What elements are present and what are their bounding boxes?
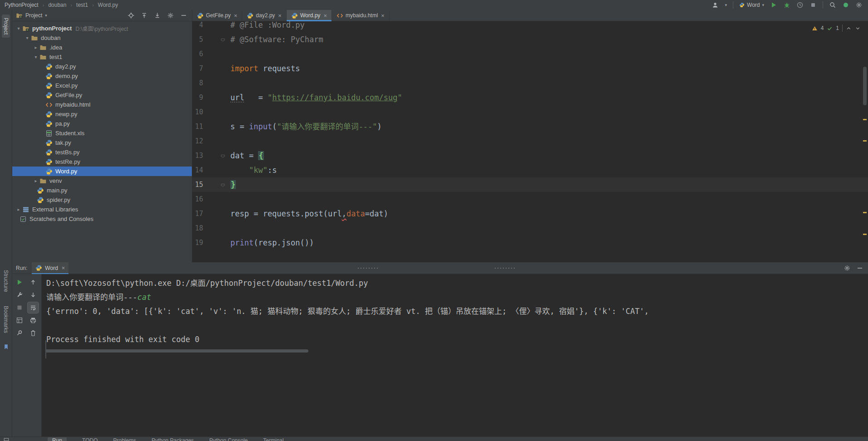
console-output[interactable]: D:\soft\Yozosoft\python.exe D:/桌面/python… <box>41 274 868 436</box>
splitter-grip[interactable] <box>357 267 378 269</box>
tree-item-douban[interactable]: ▾douban <box>12 33 192 43</box>
tab-GetFile.py[interactable]: GetFile.py× <box>192 10 242 21</box>
stripe-structure-button[interactable]: Structure <box>2 267 10 295</box>
rerun-button[interactable] <box>14 277 25 288</box>
prev-occurrence-button[interactable] <box>28 277 39 288</box>
project-panel-title[interactable]: Project <box>25 12 42 19</box>
statusbar-todo[interactable]: TODO <box>82 437 98 441</box>
chevron-right-icon[interactable]: ▸ <box>15 207 22 212</box>
inspections-widget[interactable]: 4 1 <box>812 24 861 32</box>
notifications-icon[interactable] <box>842 1 849 9</box>
breadcrumb-project[interactable]: PythonProject <box>5 2 39 8</box>
chevron-down-icon[interactable]: ▾ <box>24 35 31 40</box>
code-line-17[interactable]: 17resp = requests.post(url,data=dat) <box>192 206 868 221</box>
tree-item-Word.py[interactable]: Word.py <box>12 167 192 176</box>
chevron-down-icon[interactable]: ▾ <box>15 26 22 31</box>
code-line-6[interactable]: 6 <box>192 47 868 61</box>
tab-mybaidu.html[interactable]: mybaidu.html× <box>332 10 390 21</box>
expand-all-icon[interactable] <box>141 12 148 19</box>
bookmark-icon[interactable] <box>3 343 10 350</box>
pin-button[interactable] <box>14 328 25 338</box>
debug-button[interactable] <box>783 1 790 9</box>
stripe-bookmarks-button[interactable]: Bookmarks <box>2 303 10 336</box>
clear-console-button[interactable] <box>28 328 39 338</box>
stop-button[interactable] <box>14 302 25 313</box>
collapse-all-icon[interactable] <box>154 12 161 19</box>
fold-marker-icon[interactable] <box>215 148 230 163</box>
tree-item-tak.py[interactable]: tak.py <box>12 138 192 147</box>
tree-item-Excel.py[interactable]: Excel.py <box>12 81 192 90</box>
tree-item-Scratches and Consoles[interactable]: Scratches and Consoles <box>12 214 192 224</box>
tree-item-testRe.py[interactable]: testRe.py <box>12 157 192 167</box>
search-icon[interactable] <box>829 1 836 9</box>
profile-button[interactable] <box>796 1 804 9</box>
tree-item-GetFile.py[interactable]: GetFile.py <box>12 90 192 100</box>
code-line-8[interactable]: 8 <box>192 76 868 90</box>
fold-marker-icon[interactable] <box>220 153 226 159</box>
gear-icon[interactable] <box>167 12 174 19</box>
tool-window-switcher-icon[interactable] <box>3 437 10 441</box>
print-button[interactable] <box>28 315 39 326</box>
select-opened-file-icon[interactable] <box>127 12 135 19</box>
user-icon[interactable] <box>712 1 719 9</box>
hide-panel-icon[interactable] <box>180 12 187 19</box>
tree-item-pa.py[interactable]: pa.py <box>12 119 192 128</box>
splitter-grip[interactable] <box>494 267 515 269</box>
scrollbar-thumb[interactable] <box>863 67 867 105</box>
code-line-4[interactable]: 4# @File :Word.py <box>192 21 868 32</box>
next-problem-icon[interactable] <box>855 25 861 31</box>
statusbar-python-console[interactable]: Python Console <box>210 437 248 441</box>
tree-item-spider.py[interactable]: spider.py <box>12 195 192 205</box>
close-icon[interactable]: × <box>381 12 385 19</box>
code-line-19[interactable]: 19print(resp.json()) <box>192 235 868 250</box>
breadcrumb-folder[interactable]: douban <box>48 2 66 8</box>
editor-scrollbar[interactable] <box>862 21 868 262</box>
code-line-5[interactable]: 5# @Software: PyCharm <box>192 32 868 47</box>
code-line-18[interactable]: 18 <box>192 221 868 235</box>
tree-item-mybaidu.html[interactable]: mybaidu.html <box>12 100 192 109</box>
code-line-14[interactable]: 14 "kw":s <box>192 163 868 177</box>
run-config-select[interactable]: Word ▾ <box>739 2 764 8</box>
code-line-9[interactable]: 9url = "https://fanyi.baidu.com/sug" <box>192 90 868 105</box>
tab-day2.py[interactable]: day2.py× <box>242 10 287 21</box>
tab-Word.py[interactable]: Word.py× <box>287 10 332 21</box>
statusbar-terminal[interactable]: Terminal <box>263 437 283 441</box>
code-line-12[interactable]: 12 <box>192 134 868 148</box>
code-line-13[interactable]: 13dat = { <box>192 148 868 163</box>
stop-button[interactable] <box>809 1 817 9</box>
code-line-11[interactable]: 11s = input("请输入你要翻译的单词---") <box>192 119 868 134</box>
chevron-down-icon[interactable]: ▾ <box>45 13 47 18</box>
fold-marker-icon[interactable] <box>220 37 226 43</box>
settings-icon[interactable] <box>855 1 863 9</box>
tree-item-demo.py[interactable]: demo.py <box>12 71 192 81</box>
tree-item-.idea[interactable]: ▸.idea <box>12 43 192 52</box>
breadcrumb-folder[interactable]: test1 <box>76 2 88 8</box>
editor[interactable]: 4# @File :Word.py5# @Software: PyCharm67… <box>192 21 868 262</box>
fold-marker-icon[interactable] <box>215 32 230 47</box>
tree-item-pythonProject[interactable]: ▾pythonProjectD:\桌面\pythonProject <box>12 24 192 33</box>
statusbar-run[interactable]: Run <box>48 437 67 441</box>
tree-item-main.py[interactable]: main.py <box>12 186 192 195</box>
tree-item-test1[interactable]: ▾test1 <box>12 52 192 62</box>
tree-item-Student.xls[interactable]: Student.xls <box>12 128 192 138</box>
fold-marker-icon[interactable] <box>220 182 226 188</box>
close-icon[interactable]: × <box>278 12 282 19</box>
close-icon[interactable]: × <box>234 12 238 19</box>
hide-panel-icon[interactable] <box>856 265 863 272</box>
tree-item-venv[interactable]: ▸venv <box>12 176 192 186</box>
tree-item-testBs.py[interactable]: testBs.py <box>12 147 192 157</box>
chevron-down-icon[interactable]: ▾ <box>32 54 39 59</box>
code-line-10[interactable]: 10 <box>192 105 868 119</box>
tree-item-External Libraries[interactable]: ▸External Libraries <box>12 205 192 214</box>
soft-wrap-button[interactable] <box>28 302 39 313</box>
chevron-right-icon[interactable]: ▸ <box>32 178 39 183</box>
chevron-right-icon[interactable]: ▸ <box>32 45 39 50</box>
breadcrumb-file[interactable]: Word.py <box>98 2 118 8</box>
prev-problem-icon[interactable] <box>846 25 852 31</box>
code-line-15[interactable]: 15} <box>192 177 868 192</box>
next-occurrence-button[interactable] <box>28 289 39 300</box>
run-button[interactable] <box>770 1 777 9</box>
run-tab-word[interactable]: Word × <box>32 262 68 274</box>
statusbar-python-packages[interactable]: Python Packages <box>151 437 194 441</box>
console-hscrollbar[interactable] <box>45 349 308 353</box>
